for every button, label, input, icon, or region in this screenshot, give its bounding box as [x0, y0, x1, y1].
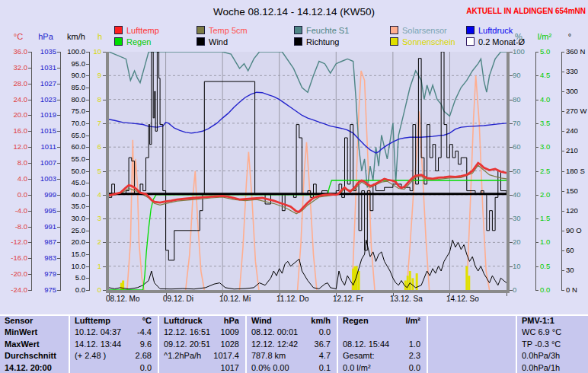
table-row-label: Sensor — [5, 316, 67, 325]
legend-label: Feuchte S1 — [306, 26, 349, 35]
x-axis-tick — [336, 293, 337, 296]
axis-tick-hpa — [57, 227, 60, 228]
axis-label-kmh: 50.0 — [72, 167, 86, 175]
axis-tick-kmh — [86, 147, 89, 148]
table-cell-value: 4.7 — [251, 351, 331, 360]
axis-tick-deg — [561, 131, 564, 132]
legend-item: Lufttemp — [114, 25, 159, 35]
axis-label-h: 9 — [97, 72, 101, 79]
axis-tick-hpa — [57, 115, 60, 116]
axis-line-hpa — [60, 52, 61, 291]
x-axis-label: 08.12. Mo — [106, 295, 139, 303]
axis-tick-celsius — [28, 84, 31, 84]
axis-label-deg: 180 S — [566, 167, 585, 175]
axis-label-hpa: 1035 — [40, 48, 56, 56]
axis-tick-lm2 — [535, 242, 538, 243]
axis-label-lm2: 3.0 — [540, 143, 550, 151]
axis-label-deg: 0 N — [566, 286, 577, 294]
axis-tick-hpa — [57, 242, 60, 243]
axis-label-deg: 30 — [566, 266, 574, 274]
table-cell-value: hPa — [164, 316, 239, 325]
axis-tick-kmh — [86, 75, 89, 76]
axis-tick-h — [103, 147, 106, 148]
axis-tick-h — [103, 218, 106, 219]
axis-label-kmh: 10.0 — [72, 263, 86, 270]
axis-tick-lm2 — [535, 195, 538, 196]
x-axis-tick — [449, 293, 450, 296]
axis-label-deg: 270 W — [566, 107, 586, 115]
series-sonnenschein-bar — [465, 266, 468, 290]
axis-tick-celsius — [28, 147, 31, 148]
series-solarsensor — [240, 152, 259, 291]
x-axis-label: 13.12. Sa — [390, 295, 423, 303]
axis-tick-kmh — [86, 159, 89, 160]
axis-tick-celsius — [28, 274, 31, 275]
axis-label-lm2: 4.0 — [540, 96, 550, 104]
table-separator — [158, 316, 159, 373]
axis-tick-lm2 — [535, 218, 538, 219]
table-cell-value: 0.0 — [75, 363, 152, 372]
axis-tick-kmh — [86, 111, 89, 112]
axis-label-pct: 50 — [513, 167, 521, 175]
table-cell-value: 0.1 — [251, 363, 331, 372]
table-row-label: MaxWert — [5, 340, 67, 349]
table-cell-value: 36.7 — [251, 340, 331, 349]
axis-label-celsius: -20.0 — [11, 270, 27, 278]
axis-label-h: 4 — [97, 191, 101, 199]
axis-label-pct: 90 — [513, 72, 521, 79]
axis-label-celsius: 0.0 — [18, 191, 27, 199]
axis-tick-hpa — [57, 84, 60, 84]
axis-tick-celsius — [28, 211, 31, 212]
series-solarsensor — [127, 140, 144, 290]
stats-table: SensorLufttemp°CLuftdruckhPaWindkm/hRege… — [0, 314, 588, 373]
axis-label-celsius: 28.0 — [14, 80, 28, 88]
axis-tick-celsius — [28, 68, 31, 69]
series-sonnenschein-bar — [411, 278, 414, 290]
station-note: AKTUELL IN ALDINGEN 654mNN — [466, 7, 586, 15]
table-cell-value: 1.0 — [343, 340, 420, 349]
legend-swatch-0-2-monat- — [466, 37, 475, 46]
plot-right-border — [507, 52, 510, 293]
axis-tick-celsius — [28, 179, 31, 180]
axis-label-pct: 20 — [513, 238, 521, 246]
axis-label-lm2: 2.5 — [540, 167, 550, 175]
axis-label-deg: 360 N — [566, 48, 585, 56]
axis-tick-hpa — [57, 290, 60, 291]
axis-tick-kmh — [86, 64, 89, 65]
legend-swatch-luftdruck — [466, 26, 475, 34]
x-axis-label: 10.12. Mi — [219, 295, 251, 303]
axis-label-lm2: 0.5 — [540, 263, 550, 270]
axis-label-h: 6 — [97, 143, 101, 151]
x-axis-tick — [393, 293, 394, 296]
axis-label-pct: 60 — [513, 143, 521, 151]
axis-label-kmh: 20.0 — [72, 238, 86, 246]
axis-label-celsius: -8.0 — [15, 223, 27, 231]
axis-label-lm2: 1.0 — [540, 238, 550, 246]
axis-tick-lm2 — [535, 266, 538, 267]
axis-label-h: 1 — [97, 263, 101, 270]
axis-label-kmh: 85.0 — [72, 84, 86, 91]
table-cell-text: 0.0hPa/1h — [522, 363, 583, 372]
axis-tick-kmh — [86, 290, 89, 291]
axis-unit-h: h — [85, 32, 115, 41]
legend-label: Lufttemp — [126, 26, 159, 35]
axis-tick-deg — [561, 91, 564, 92]
weather-chart — [109, 52, 507, 290]
legend-item: Richtung — [294, 37, 339, 46]
axis-tick-deg — [561, 111, 564, 112]
legend-label: Sonnenschein — [402, 37, 455, 46]
axis-tick-h — [103, 52, 106, 53]
table-cell-value: 0.0 — [343, 363, 420, 372]
axis-label-pct: 0 — [513, 286, 516, 294]
axis-label-lm2: 5.0 — [540, 48, 550, 56]
axis-tick-h — [103, 100, 106, 100]
series-solarsensor — [407, 111, 430, 290]
axis-label-kmh: 0.0 — [75, 286, 85, 294]
legend-item: Regen — [114, 37, 151, 46]
table-cell-value: 1017 — [164, 363, 239, 372]
axis-unit-deg: ° — [554, 32, 585, 41]
axis-tick-h — [103, 171, 106, 172]
axis-label-lm2: 4.5 — [540, 72, 550, 79]
table-cell-value: km/h — [251, 316, 331, 325]
axis-label-hpa: 1011 — [41, 143, 56, 151]
